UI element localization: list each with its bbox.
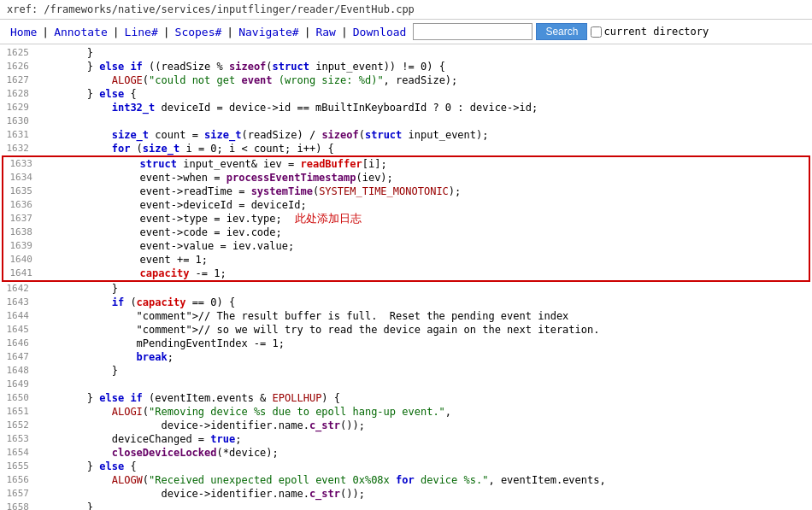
line-number: 1635	[3, 185, 39, 198]
search-button[interactable]: Search	[536, 23, 587, 40]
nav-scopes[interactable]: Scopes#	[172, 24, 226, 40]
line-number: 1654	[0, 446, 36, 460]
code-line: 1645 "comment">// so we will try to read…	[0, 323, 812, 337]
line-number: 1637	[3, 212, 39, 226]
line-number: 1653	[0, 432, 36, 446]
line-text: event->code = iev.code;	[39, 226, 282, 239]
line-number: 1652	[0, 419, 36, 432]
line-number: 1636	[3, 198, 39, 212]
line-number: 1651	[0, 405, 36, 419]
line-number: 1625	[0, 46, 36, 60]
code-line: 1654 closeDeviceLocked(*device);	[0, 446, 812, 460]
line-text: } else if ((readSize % sizeof(struct inp…	[36, 60, 445, 73]
line-text: event->when = processEventTimestamp(iev)…	[39, 171, 393, 185]
line-text: mPendingEventIndex -= 1;	[36, 337, 285, 350]
line-text: size_t count = size_t(readSize) / sizeof…	[36, 128, 488, 142]
code-line: 1638 event->code = iev.code;	[3, 226, 809, 239]
line-number: 1640	[3, 253, 39, 267]
code-area: 1625 }1626 } else if ((readSize % sizeof…	[0, 44, 812, 510]
code-line: 1630	[0, 114, 812, 128]
code-line: 1641 capacity -= 1;	[3, 267, 809, 280]
line-number: 1627	[0, 73, 36, 87]
code-line: 1639 event->value = iev.value;	[3, 239, 809, 253]
line-text: event->value = iev.value;	[39, 239, 294, 253]
code-line: 1627 ALOGE("could not get event (wrong s…	[0, 73, 812, 87]
code-line: 1653 deviceChanged = true;	[0, 432, 812, 446]
line-text: deviceChanged = true;	[36, 432, 241, 446]
code-line: 1636 event->deviceId = deviceId;	[3, 198, 809, 212]
line-number: 1631	[0, 128, 36, 142]
code-line: 1626 } else if ((readSize % sizeof(struc…	[0, 60, 812, 73]
code-line: 1631 size_t count = size_t(readSize) / s…	[0, 128, 812, 142]
code-line: 1652 device->identifier.name.c_str());	[0, 419, 812, 432]
code-line: 1651 ALOGI("Removing device %s due to ep…	[0, 405, 812, 419]
line-number: 1634	[3, 171, 39, 185]
nav-raw[interactable]: Raw	[312, 24, 338, 40]
code-line: 1628 } else {	[0, 87, 812, 101]
line-number: 1633	[3, 157, 39, 171]
line-number: 1629	[0, 101, 36, 114]
nav-download[interactable]: Download	[350, 24, 410, 40]
line-text: "comment">// The result buffer is full. …	[36, 309, 568, 323]
code-line: 1640 event += 1;	[3, 253, 809, 267]
code-line: 1646 mPendingEventIndex -= 1;	[0, 337, 812, 350]
code-line: 1642 }	[0, 282, 812, 296]
line-number: 1658	[0, 501, 36, 510]
line-text: } else if (eventItem.events & EPOLLHUP) …	[36, 391, 340, 405]
line-number: 1638	[3, 226, 39, 239]
line-number: 1628	[0, 87, 36, 101]
breadcrumb: xref: /frameworks/native/services/inputf…	[0, 0, 812, 20]
line-number: 1641	[3, 267, 39, 280]
search-input[interactable]	[413, 23, 533, 40]
line-text: }	[36, 501, 93, 510]
line-text: device->identifier.name.c_str());	[36, 419, 365, 432]
line-number: 1643	[0, 296, 36, 309]
nav-annotate[interactable]: Annotate	[50, 24, 111, 40]
nav-home[interactable]: Home	[7, 24, 40, 40]
code-line: 1635 event->readTime = systemTime(SYSTEM…	[3, 185, 809, 198]
line-number: 1655	[0, 460, 36, 473]
code-line: 1634 event->when = processEventTimestamp…	[3, 171, 809, 185]
code-line: 1655 } else {	[0, 460, 812, 473]
line-text: capacity -= 1;	[39, 267, 227, 280]
line-text: ALOGI("Removing device %s due to epoll h…	[36, 405, 451, 419]
line-number: 1646	[0, 337, 36, 350]
line-number: 1644	[0, 309, 36, 323]
line-text: ALOGW("Received unexpected epoll event 0…	[36, 473, 606, 487]
line-number: 1648	[0, 364, 36, 378]
line-number: 1650	[0, 391, 36, 405]
line-number: 1642	[0, 282, 36, 296]
nav-navigate[interactable]: Navigate#	[235, 24, 302, 40]
code-line: 1644 "comment">// The result buffer is f…	[0, 309, 812, 323]
current-directory-label: current directory	[603, 26, 709, 38]
line-text: closeDeviceLocked(*device);	[36, 446, 279, 460]
code-line: 1658 }	[0, 501, 812, 510]
code-line: 1632 for (size_t i = 0; i < count; i++) …	[0, 142, 812, 155]
current-directory-checkbox[interactable]	[591, 26, 602, 38]
line-number: 1649	[0, 378, 36, 391]
line-number: 1639	[3, 239, 39, 253]
highlighted-region: 1633 struct input_event& iev = readBuffe…	[2, 155, 810, 282]
line-number: 1630	[0, 114, 36, 128]
nav-bar: Home | Annotate | Line# | Scopes# | Navi…	[0, 20, 812, 44]
code-line: 1650 } else if (eventItem.events & EPOLL…	[0, 391, 812, 405]
code-lines: 1625 }1626 } else if ((readSize % sizeof…	[0, 46, 812, 510]
line-text: } else {	[36, 87, 137, 101]
code-line: 1649	[0, 378, 812, 391]
code-line: 1625 }	[0, 46, 812, 60]
code-line: 1629 int32_t deviceId = device->id == mB…	[0, 101, 812, 114]
code-line: 1647 break;	[0, 350, 812, 364]
annotation: 此处添加日志	[282, 212, 362, 225]
code-line: 1648 }	[0, 364, 812, 378]
line-number: 1626	[0, 60, 36, 73]
code-line: 1637 event->type = iev.type; 此处添加日志	[3, 212, 809, 226]
line-number: 1647	[0, 350, 36, 364]
line-text: break;	[36, 350, 174, 364]
nav-lineno[interactable]: Line#	[121, 24, 162, 40]
line-text: struct input_event& iev = readBuffer[i];	[39, 157, 387, 171]
code-line: 1643 if (capacity == 0) {	[0, 296, 812, 309]
line-text: event->deviceId = deviceId;	[39, 198, 307, 212]
line-text: }	[36, 46, 93, 60]
code-line: 1633 struct input_event& iev = readBuffe…	[3, 157, 809, 171]
line-text: event += 1;	[39, 253, 208, 267]
